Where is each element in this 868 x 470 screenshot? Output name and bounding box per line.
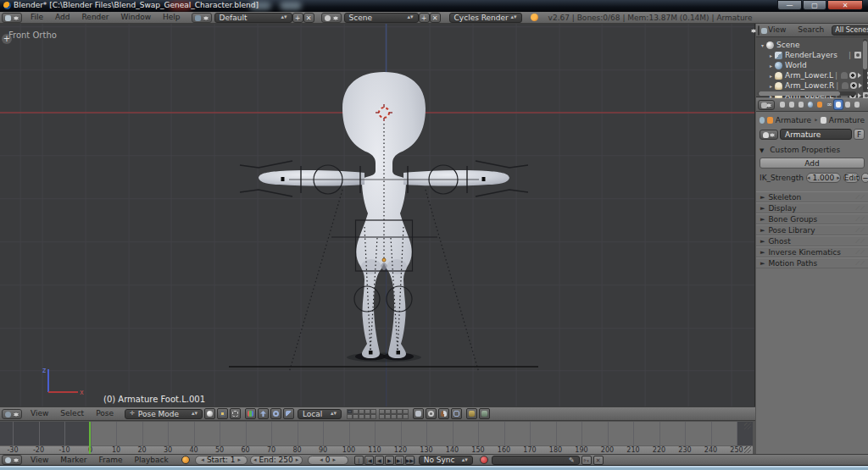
view3d-menu-pose[interactable]: Pose <box>90 408 120 419</box>
properties-tab-extras[interactable] <box>853 100 861 109</box>
panel-display[interactable]: ►Display⟋⟋ <box>756 202 868 213</box>
jump-to-prev-keyframe-button[interactable]: |◀ <box>364 456 374 465</box>
outliner-row-arm-lower-l[interactable]: ▸Arm_Lower.L| <box>756 70 861 80</box>
current-frame-indicator[interactable] <box>89 422 91 454</box>
panel-skeleton[interactable]: ►Skeleton⟋⟋ <box>756 191 868 202</box>
editor-type-timeline-icon[interactable] <box>2 455 22 465</box>
info-menu-help[interactable]: Help <box>157 12 186 23</box>
info-menu-file[interactable]: File <box>25 12 49 23</box>
eye-toggle-icon[interactable] <box>850 82 857 89</box>
properties-tab-scene[interactable] <box>797 100 805 109</box>
scene-icon[interactable] <box>321 13 342 23</box>
snap-magnet-icon[interactable] <box>438 408 449 419</box>
title-bar[interactable]: Blender* [C:\Blender Files\Blend_Swap_Ge… <box>0 0 868 12</box>
panel-ghost[interactable]: ►Ghost⟋⟋ <box>756 235 868 246</box>
render-opengl-anim-icon[interactable] <box>479 408 490 419</box>
timeline-menu-marker[interactable]: Marker <box>54 455 92 466</box>
ghost-toggle-icon[interactable] <box>842 82 849 89</box>
play-reverse-button[interactable]: ◀ <box>375 456 384 465</box>
remove-property-button[interactable]: − <box>861 173 868 183</box>
info-menu-render[interactable]: Render <box>76 12 115 23</box>
layer-toggle[interactable] <box>391 414 397 419</box>
properties-tab-render-layers[interactable] <box>787 100 796 109</box>
fake-user-button[interactable]: F <box>854 129 865 140</box>
layer-toggle[interactable] <box>385 414 391 419</box>
timeline-menu-view[interactable]: View <box>25 455 54 466</box>
layer-toggle[interactable] <box>397 414 403 419</box>
properties-tab-render[interactable] <box>778 100 787 109</box>
panel-pose-library[interactable]: ►Pose Library⟋⟋ <box>756 224 868 235</box>
outliner-row-renderlayers[interactable]: ▸RenderLayers| <box>756 50 861 60</box>
outliner-row-scene[interactable]: ▾Scene <box>756 40 861 50</box>
custom-properties-panel-header[interactable]: ▼ Custom Properties <box>760 146 865 154</box>
add-scene-button[interactable]: + <box>419 13 430 23</box>
properties-editor[interactable]: ∞ Armature ‣ Armature Armature F ▼ Custo… <box>756 98 868 466</box>
edit-property-button[interactable]: Edit <box>843 173 860 183</box>
jump-to-next-keyframe-button[interactable]: ▶| <box>395 456 404 465</box>
editor-type-info-icon[interactable] <box>2 13 22 23</box>
timeline-menu-playback[interactable]: Playback <box>129 455 175 466</box>
layer-toggle[interactable] <box>359 414 364 419</box>
outliner-item-label[interactable]: Arm_Lower.R <box>785 81 834 90</box>
panel-grip-icon[interactable]: ⟋⟋ <box>855 260 865 267</box>
expand-icon[interactable]: ▸ <box>770 53 772 58</box>
outliner-editor[interactable]: ViewSearch All Scenes ▾Scene▸RenderLayer… <box>756 24 868 97</box>
breadcrumb-data[interactable]: Armature <box>829 116 865 124</box>
pivot-point-icon[interactable] <box>217 408 228 419</box>
mode-select[interactable]: ✛Pose Mode▴▾ <box>125 409 203 419</box>
jump-to-end-button[interactable]: ▶▶| <box>405 456 415 465</box>
region-resize-handle[interactable] <box>744 423 751 429</box>
scale-manipulator-icon[interactable] <box>283 408 294 419</box>
editor-type-3dview-icon[interactable] <box>2 409 22 419</box>
editor-type-outliner-icon[interactable] <box>758 25 760 36</box>
scene-canvas[interactable] <box>0 24 755 406</box>
viewport-shading-icon[interactable] <box>204 408 215 419</box>
transform-orientation-select[interactable]: Local▴▾ <box>298 409 342 419</box>
view3d-menu-select[interactable]: Select <box>54 408 90 419</box>
outliner-row-world[interactable]: ▸World <box>756 60 861 70</box>
panel-grip-icon[interactable]: ⟋⟋ <box>855 238 865 245</box>
view3d-menu-view[interactable]: View <box>25 408 54 419</box>
pointer-toggle-icon[interactable] <box>858 73 861 78</box>
layer-toggle[interactable] <box>364 414 370 419</box>
outliner-menu-search[interactable]: Search <box>792 25 830 36</box>
expand-icon[interactable]: ▸ <box>770 63 772 69</box>
camera-toggle-icon[interactable] <box>854 52 861 58</box>
render-engine-select[interactable]: Cycles Render▴▾ <box>449 13 522 23</box>
play-button[interactable]: ▶ <box>385 456 394 465</box>
manipulator-axis-icon[interactable] <box>245 408 256 419</box>
add-property-button[interactable]: Add <box>760 158 865 169</box>
region-resize-handle[interactable] <box>744 446 751 453</box>
close-button[interactable]: ✕ <box>827 0 863 10</box>
delete-scene-button[interactable]: ✕ <box>430 13 441 23</box>
layer-toggle[interactable] <box>403 414 409 419</box>
info-menu-add[interactable]: Add <box>49 12 75 23</box>
translate-manipulator-icon[interactable] <box>258 408 269 419</box>
expand-icon[interactable]: ▸ <box>770 73 772 79</box>
layer-toggle[interactable] <box>353 414 359 419</box>
panel-motion-paths[interactable]: ►Motion Paths⟋⟋ <box>756 257 868 268</box>
breadcrumb-object[interactable]: Armature <box>776 116 811 124</box>
sync-mode-select[interactable]: No Sync▴▾ <box>419 456 473 465</box>
editor-type-properties-icon[interactable] <box>758 100 775 110</box>
expand-icon[interactable]: ▸ <box>770 83 772 89</box>
maximize-button[interactable]: ▢ <box>803 0 826 10</box>
eye-toggle-icon[interactable] <box>849 72 856 79</box>
screen-layout-select[interactable]: Default▴▾ <box>214 13 292 23</box>
delete-keyframe-icon[interactable]: ✕ <box>593 456 604 465</box>
minimize-button[interactable]: — <box>777 0 802 10</box>
snap-element-icon[interactable] <box>451 408 462 419</box>
frame-end-field[interactable]: ◂End: 250▸ <box>250 456 303 465</box>
outliner-horizontal-scrollbar[interactable] <box>758 91 856 96</box>
jump-to-start-button[interactable]: |◀◀ <box>354 456 364 465</box>
properties-tab-world[interactable] <box>806 100 815 109</box>
outliner-item-label[interactable]: Arm_Lower.L <box>785 71 833 80</box>
panel-grip-icon[interactable]: ⟋⟋ <box>855 249 865 256</box>
panel-bone-groups[interactable]: ►Bone Groups⟋⟋ <box>756 213 868 224</box>
datablock-name-field[interactable]: Armature <box>780 129 852 140</box>
timeline-editor[interactable]: -30-20-100102030405060708090100110120130… <box>0 422 753 454</box>
pointer-toggle-icon[interactable] <box>859 83 862 88</box>
outliner-item-label[interactable]: World <box>785 61 807 69</box>
keying-set-field[interactable]: ✎ <box>492 456 580 465</box>
rotate-manipulator-icon[interactable] <box>270 408 281 419</box>
